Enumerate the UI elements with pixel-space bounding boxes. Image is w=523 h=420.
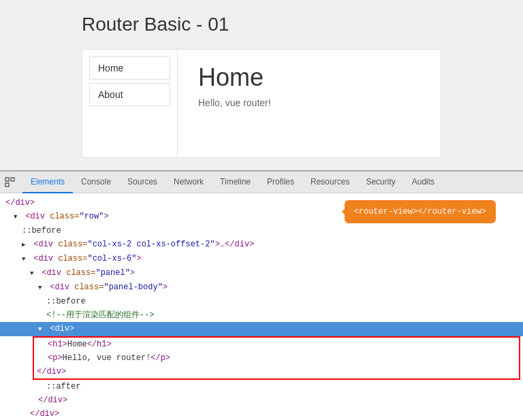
code-line: ▼ <div class="panel"> — [0, 266, 523, 280]
tab-audits[interactable]: Audits — [404, 172, 443, 193]
tab-sources[interactable]: Sources — [119, 172, 165, 193]
svg-rect-0 — [5, 178, 9, 181]
code-line: </div> — [0, 407, 523, 420]
code-line: ::before — [0, 295, 523, 308]
code-line: ▼ <div class="panel-body"> — [0, 280, 523, 295]
code-line: </div> — [34, 365, 519, 378]
tab-resources[interactable]: Resources — [302, 172, 358, 193]
code-line: ::before — [0, 224, 523, 238]
content-panel: Home Hello, vue router! — [178, 50, 441, 157]
tab-console[interactable]: Console — [73, 172, 119, 193]
svg-rect-1 — [5, 183, 9, 187]
tab-profiles[interactable]: Profiles — [259, 172, 302, 193]
code-line: <!--用于渲染匹配的组件--> — [0, 308, 523, 322]
tab-security[interactable]: Security — [358, 172, 403, 193]
content-text: Hello, vue router! — [198, 97, 420, 108]
code-line: <p>Hello, vue router!</p> — [34, 351, 519, 365]
code-line: <h1>Home</h1> — [34, 338, 519, 351]
code-line: </div> — [0, 393, 523, 407]
tab-timeline[interactable]: Timeline — [212, 172, 259, 193]
code-line: ▼ <div class="col-xs-6"> — [0, 252, 523, 266]
nav-panel: Home About — [82, 50, 178, 157]
content-heading: Home — [198, 63, 420, 92]
devtools-panel: Elements Console Sources Network Timelin… — [0, 170, 523, 420]
devtools-toolbar: Elements Console Sources Network Timelin… — [0, 172, 523, 193]
page-title: Router Basic - 01 — [82, 14, 523, 35]
code-line-highlighted[interactable]: ▼ <div> — [0, 322, 523, 336]
nav-link-home[interactable]: Home — [89, 56, 170, 80]
app-container: Home About Home Hello, vue router! — [82, 49, 441, 158]
code-line: ::after — [0, 380, 523, 393]
tab-elements[interactable]: Elements — [22, 172, 73, 193]
svg-rect-2 — [11, 178, 14, 181]
router-view-tooltip: <router-view></router-view> — [345, 200, 496, 223]
tab-network[interactable]: Network — [165, 172, 212, 193]
nav-link-about[interactable]: About — [89, 83, 170, 106]
devtools-content: <router-view></router-view> </div> ▼ <di… — [0, 193, 523, 420]
devtools-inspector-icon[interactable] — [3, 176, 17, 189]
code-line: ▶ <div class="col-xs-2 col-xs-offset-2">… — [0, 238, 523, 252]
preview-area: Router Basic - 01 Home About Home Hello,… — [0, 0, 523, 170]
